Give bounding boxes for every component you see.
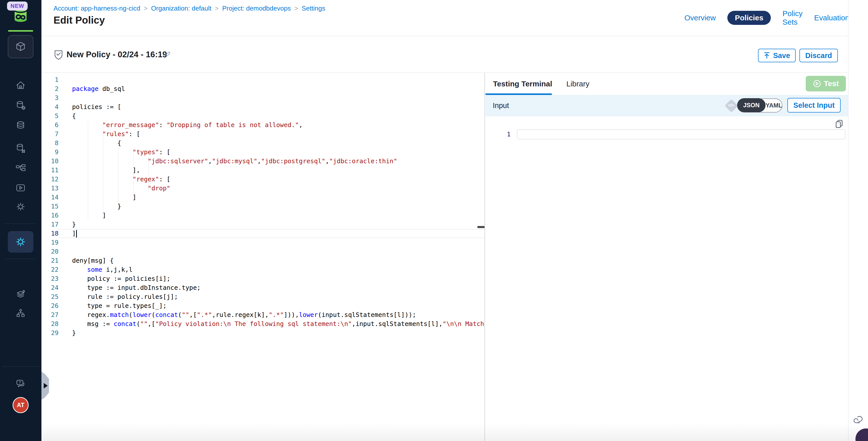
code-line[interactable]: 13 "drop" xyxy=(41,184,485,193)
sidebar-item-pipelines[interactable] xyxy=(15,163,26,174)
code-line[interactable]: 16 ] xyxy=(41,211,485,220)
sidebar-item-db-apps[interactable] xyxy=(15,143,26,154)
sidebar-item-help[interactable]: ? xyxy=(15,378,26,389)
chat-bubbles-icon[interactable] xyxy=(852,414,865,427)
play-circle-icon xyxy=(813,80,821,88)
right-rail xyxy=(848,0,868,441)
code-line[interactable]: 5{ xyxy=(41,112,485,121)
edit-name-icon[interactable] xyxy=(162,51,172,61)
code-line[interactable]: 24 type := input.dbInstance.type; xyxy=(41,283,485,292)
new-badge: NEW xyxy=(7,1,28,10)
line-number: 15 xyxy=(41,202,59,211)
line-number: 28 xyxy=(41,319,59,328)
sidebar-item-module[interactable] xyxy=(8,35,33,58)
save-label: Save xyxy=(773,52,790,60)
logo-underline xyxy=(8,30,33,32)
test-button[interactable]: Test xyxy=(806,76,846,91)
code-line[interactable]: 6 "error_message": "Dropping of table is… xyxy=(41,121,485,130)
policy-code-editor[interactable]: 12package db_sql34policies := [5{6 "erro… xyxy=(41,73,485,441)
pipeline-icon xyxy=(15,163,26,174)
code-line[interactable]: 28 msg := concat("",["Policy violation:\… xyxy=(41,319,485,328)
org-gear-icon xyxy=(15,308,26,319)
top-nav: Overview Policies Policy Sets Evaluation… xyxy=(684,9,853,26)
line-number: 18 xyxy=(41,229,59,238)
tab-library[interactable]: Library xyxy=(566,73,589,95)
code-line[interactable]: 23 policy := policies[i]; xyxy=(41,274,485,283)
sidebar-item-home[interactable] xyxy=(15,80,26,91)
line-number: 6 xyxy=(41,121,59,130)
code-line[interactable]: 20 xyxy=(41,247,485,256)
code-line[interactable]: 4policies := [ xyxy=(41,102,485,112)
testing-terminal-panel: Testing Terminal Library Test Input </> … xyxy=(486,73,848,441)
code-line[interactable]: 11 ], xyxy=(41,166,485,175)
line-number: 24 xyxy=(41,283,59,292)
line-number: 9 xyxy=(41,148,59,157)
line-number: 19 xyxy=(41,238,59,247)
help-chat-icon: ? xyxy=(15,378,26,389)
code-line[interactable]: 27 regex.match(lower(concat("",[".*",rul… xyxy=(41,310,485,319)
breadcrumb-project[interactable]: Project: demodbdevops xyxy=(222,4,291,12)
sidebar-item-db-settings[interactable] xyxy=(15,100,26,111)
code-line[interactable]: 10 "jdbc:sqlserver","jdbc:mysql","jdbc:p… xyxy=(41,157,485,166)
sidebar-item-cost[interactable] xyxy=(15,120,26,131)
sidebar-item-layers-config[interactable] xyxy=(15,289,26,300)
sidebar-item-executions[interactable] xyxy=(15,182,26,193)
test-label: Test xyxy=(824,80,839,88)
database-gear-icon xyxy=(15,100,26,111)
tab-testing-terminal[interactable]: Testing Terminal xyxy=(493,73,552,95)
tab-policies-active[interactable]: Policies xyxy=(727,11,771,25)
save-button[interactable]: Save xyxy=(758,49,796,62)
breadcrumb-account[interactable]: Account: app-harness-ng-cicd xyxy=(54,4,140,12)
tab-overview[interactable]: Overview xyxy=(684,13,716,22)
page-header: Account: app-harness-ng-cicd > Organizat… xyxy=(41,0,848,36)
code-line[interactable]: 14 ] xyxy=(41,193,485,202)
code-line[interactable]: 3 xyxy=(41,93,485,102)
breadcrumb-separator: > xyxy=(144,4,148,12)
code-line[interactable]: 19 xyxy=(41,238,485,247)
breadcrumb-organization[interactable]: Organization: default xyxy=(151,4,212,12)
code-line[interactable]: 1 xyxy=(41,75,485,84)
coin-stack-icon xyxy=(15,120,26,131)
tab-evaluations[interactable]: Evaluations xyxy=(814,13,853,22)
input-toolbar: Input </> JSON YAML Select Input xyxy=(486,95,848,116)
line-number: 1 xyxy=(41,75,59,84)
code-line[interactable]: 2package db_sql xyxy=(41,84,485,93)
sidebar-divider xyxy=(4,223,37,224)
discard-button[interactable]: Discard xyxy=(800,49,838,62)
chat-widget-corner[interactable] xyxy=(856,429,868,441)
line-number: 23 xyxy=(41,274,59,283)
format-yaml[interactable]: YAML xyxy=(766,102,782,109)
sidebar-item-gear[interactable] xyxy=(15,201,26,212)
code-line[interactable]: 7 "rules": [ xyxy=(41,130,485,138)
code-line[interactable]: 17} xyxy=(41,220,485,229)
code-line[interactable]: 8 { xyxy=(41,138,485,148)
input-editor-line[interactable] xyxy=(517,129,845,139)
breadcrumb-settings[interactable]: Settings xyxy=(302,4,325,12)
format-json-selected[interactable]: JSON xyxy=(737,98,766,112)
line-number: 13 xyxy=(41,184,59,193)
code-line[interactable]: 21deny[msg] { xyxy=(41,256,485,265)
format-toggle[interactable]: JSON YAML xyxy=(737,98,782,113)
code-line[interactable]: 29} xyxy=(41,328,485,338)
line-number: 16 xyxy=(41,211,59,220)
line-number: 7 xyxy=(41,130,59,138)
sidebar-item-settings-active[interactable] xyxy=(8,231,33,253)
code-line[interactable]: 9 "types": [ xyxy=(41,148,485,157)
input-label: Input xyxy=(493,95,509,116)
code-line[interactable]: 18] xyxy=(41,229,485,238)
code-line[interactable]: 26 type = rule.types[_]; xyxy=(41,302,485,310)
select-input-button[interactable]: Select Input xyxy=(787,98,841,113)
media-play-icon xyxy=(15,183,26,193)
settings-gear-icon xyxy=(15,236,26,248)
sidebar-item-org-config[interactable] xyxy=(15,308,26,319)
code-line[interactable]: 12 "regex": [ xyxy=(41,175,485,184)
line-number: 4 xyxy=(41,102,59,112)
avatar[interactable]: AT xyxy=(12,397,29,413)
code-line[interactable]: 22 some i,j,k,l xyxy=(41,265,485,274)
tab-policy-sets[interactable]: Policy Sets xyxy=(782,9,802,26)
code-line[interactable]: 25 rule := policy.rules[j]; xyxy=(41,292,485,302)
line-number: 17 xyxy=(41,220,59,229)
code-line[interactable]: 15 } xyxy=(41,202,485,211)
copy-icon[interactable] xyxy=(835,120,843,130)
layers-gear-icon xyxy=(15,289,26,300)
